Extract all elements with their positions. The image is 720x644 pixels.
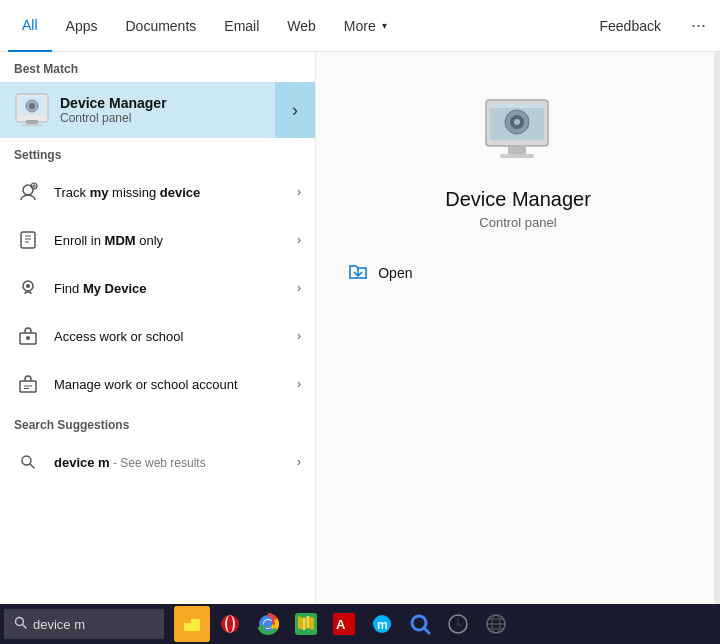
svg-rect-10: [21, 232, 35, 248]
taskbar-clock[interactable]: [440, 606, 476, 642]
mdm-label: Enroll in MDM only: [54, 233, 297, 248]
manage-icon: [14, 370, 42, 398]
mdm-icon: [14, 226, 42, 254]
taskbar-globe[interactable]: [478, 606, 514, 642]
best-match-item[interactable]: Device Manager Control panel ›: [0, 82, 315, 138]
chevron-right-icon: ›: [297, 329, 301, 343]
suggestions-label: Search suggestions: [0, 408, 315, 438]
tab-more[interactable]: More ▾: [330, 0, 401, 52]
taskbar-search-icon: [14, 616, 27, 632]
taskbar-file-explorer[interactable]: [174, 606, 210, 642]
taskbar: device m: [0, 604, 720, 644]
svg-rect-28: [490, 104, 544, 108]
open-label: Open: [378, 265, 412, 281]
nav-tabs: All Apps Documents Email Web More ▾ Feed…: [0, 0, 720, 52]
chevron-down-icon: ▾: [382, 20, 387, 31]
svg-text:A: A: [336, 617, 346, 632]
open-action[interactable]: Open: [336, 254, 700, 292]
device-manager-icon: [14, 92, 50, 128]
svg-rect-29: [508, 146, 526, 154]
list-item-track[interactable]: Track my missing device ›: [0, 168, 315, 216]
svg-point-38: [227, 615, 233, 633]
app-icon-large: [478, 92, 558, 172]
best-match-label: Best match: [0, 52, 315, 82]
open-folder-icon: [348, 262, 368, 284]
taskbar-search-text: device m: [33, 617, 85, 632]
track-label: Track my missing device: [54, 185, 297, 200]
svg-rect-5: [22, 124, 42, 126]
search-panel: All Apps Documents Email Web More ▾ Feed…: [0, 0, 720, 610]
suggestion-item-device-m[interactable]: device m - See web results ›: [0, 438, 315, 486]
tab-web[interactable]: Web: [273, 0, 330, 52]
tab-all[interactable]: All: [8, 0, 52, 52]
best-match-subtitle: Control panel: [60, 111, 301, 125]
best-match-title: Device Manager: [60, 95, 301, 111]
work-icon: [14, 322, 42, 350]
scroll-strip[interactable]: [714, 52, 720, 610]
svg-rect-35: [184, 619, 191, 623]
svg-line-55: [458, 624, 462, 626]
svg-line-33: [23, 625, 27, 629]
taskbar-search[interactable]: device m: [4, 609, 164, 639]
chevron-right-icon: ›: [297, 377, 301, 391]
nav-right: Feedback ···: [592, 11, 713, 40]
taskbar-acrobat[interactable]: A: [326, 606, 362, 642]
app-name-large: Device Manager: [445, 188, 591, 211]
list-item-find[interactable]: Find My Device ›: [0, 264, 315, 312]
svg-point-3: [29, 103, 35, 109]
best-match-text: Device Manager Control panel: [60, 95, 301, 125]
feedback-button[interactable]: Feedback: [592, 14, 669, 38]
tab-apps[interactable]: Apps: [52, 0, 112, 52]
tab-documents[interactable]: Documents: [111, 0, 210, 52]
svg-text:m: m: [377, 618, 388, 632]
taskbar-chrome[interactable]: [250, 606, 286, 642]
track-icon: [14, 178, 42, 206]
chevron-right-icon: ›: [297, 233, 301, 247]
taskbar-maps[interactable]: [288, 606, 324, 642]
left-panel: Best match Device Manager Control: [0, 52, 316, 610]
more-options-button[interactable]: ···: [685, 11, 712, 40]
suggestion-text: device m - See web results: [54, 455, 297, 470]
chevron-right-icon: ›: [297, 185, 301, 199]
manage-label: Manage work or school account: [54, 377, 297, 392]
chevron-right-icon: ›: [297, 455, 301, 469]
taskbar-opera[interactable]: [212, 606, 248, 642]
svg-rect-4: [26, 120, 38, 124]
list-item-manage[interactable]: Manage work or school account ›: [0, 360, 315, 408]
chevron-right-icon: ›: [297, 281, 301, 295]
find-device-icon: [14, 274, 42, 302]
list-item-work[interactable]: Access work or school ›: [0, 312, 315, 360]
main-content: Best match Device Manager Control: [0, 52, 720, 610]
taskbar-google-search[interactable]: [402, 606, 438, 642]
arrow-right-icon: ›: [292, 100, 298, 121]
taskbar-messenger[interactable]: m: [364, 606, 400, 642]
list-item-mdm[interactable]: Enroll in MDM only ›: [0, 216, 315, 264]
svg-rect-30: [500, 154, 534, 158]
find-device-label: Find My Device: [54, 281, 297, 296]
search-icon: [14, 448, 42, 476]
svg-line-22: [30, 464, 34, 468]
svg-marker-43: [298, 616, 314, 630]
best-match-arrow[interactable]: ›: [275, 82, 315, 138]
svg-point-27: [514, 119, 520, 125]
svg-line-51: [424, 628, 429, 633]
app-type-large: Control panel: [479, 215, 556, 230]
settings-label: Settings: [0, 138, 315, 168]
work-label: Access work or school: [54, 329, 297, 344]
svg-point-41: [264, 620, 272, 628]
svg-point-15: [26, 284, 30, 288]
tab-email[interactable]: Email: [210, 0, 273, 52]
svg-point-17: [26, 336, 30, 340]
right-panel: Device Manager Control panel Open: [316, 52, 720, 610]
